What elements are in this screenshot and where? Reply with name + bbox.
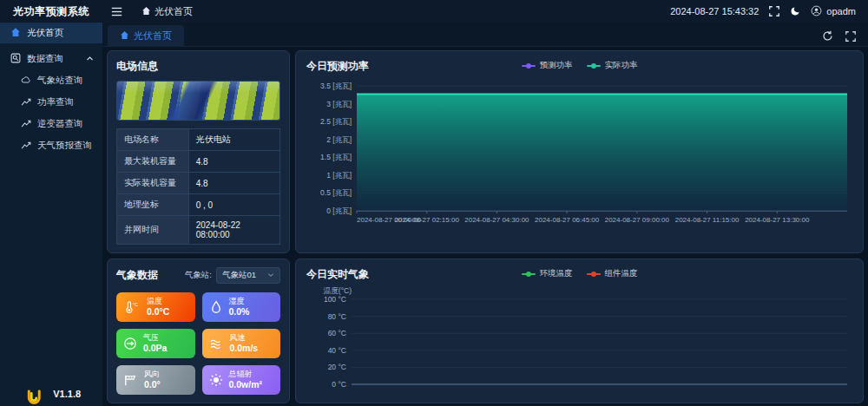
total-radiation-card: 总辐射0.0w/m² — [202, 365, 281, 395]
temperature-card: °C 温度0.0°C — [116, 292, 195, 322]
dark-mode-moon-icon[interactable] — [790, 6, 800, 16]
wind-speed-card: 风速0.0m/s — [202, 329, 281, 358]
humidity-card: 湿度0.0% — [202, 292, 281, 322]
dashboard-content: 电场信息 电场名称光伏电站 最大装机容量4.8 实际装机容量4.8 地理坐标0 … — [102, 47, 868, 406]
windsock-icon — [123, 374, 138, 387]
svg-text:°C: °C — [133, 302, 138, 307]
weather-chart-area: 温度(°C)100 °C80 °C60 °C40 °C20 °C0 °C — [306, 282, 852, 397]
panel-title: 气象数据 — [116, 268, 158, 283]
table-row: 并网时间2024-08-22 08:00:00 — [117, 216, 280, 245]
svg-text:2024-08-27 13:30:00: 2024-08-27 13:30:00 — [745, 216, 810, 224]
svg-text:2 [兆瓦]: 2 [兆瓦] — [326, 135, 352, 144]
sidebar-item-home[interactable]: 光伏首页 — [0, 23, 102, 43]
version-label: V1.1.8 — [53, 389, 81, 399]
inverter-chart-icon — [21, 118, 31, 130]
realtime-weather-panel: 今日实时气象 环境温度组件温度 温度(°C)100 °C80 °C60 °C40… — [295, 259, 864, 403]
svg-text:2024-08-27 11:15:00: 2024-08-27 11:15:00 — [675, 216, 740, 224]
sidebar-item-power-query[interactable]: 功率查询 — [0, 91, 102, 113]
svg-text:2024-08-27 06:45:00: 2024-08-27 06:45:00 — [535, 216, 600, 224]
refresh-icon[interactable] — [822, 30, 833, 42]
menu-collapse-icon[interactable] — [111, 6, 122, 17]
power-chart-icon — [21, 96, 31, 108]
sidebar-item-weather-station-query[interactable]: 气象站查询 — [0, 69, 102, 91]
sidebar-item-inverter-query[interactable]: 逆变器查询 — [0, 113, 102, 134]
power-chart-area: 3.5 [兆瓦]3 [兆瓦]2.5 [兆瓦]2 [兆瓦]1.5 [兆瓦]1 [兆… — [306, 74, 852, 247]
svg-text:100 °C: 100 °C — [324, 295, 346, 304]
weather-station-icon — [21, 75, 31, 87]
user-avatar-icon — [811, 5, 822, 18]
home-icon — [120, 30, 129, 42]
legend-item[interactable]: 环境温度 — [522, 268, 573, 279]
svg-text:0 [兆瓦]: 0 [兆瓦] — [326, 206, 352, 215]
svg-text:80 °C: 80 °C — [328, 312, 346, 321]
topbar: 光功率预测系统 光伏首页 2024-08-27 15:43:32 opadm — [0, 0, 868, 23]
weather-chart: 温度(°C)100 °C80 °C60 °C40 °C20 °C0 °C — [306, 282, 854, 393]
wind-direction-card: 风向0.0° — [116, 365, 195, 395]
legend-item[interactable]: 实际功率 — [587, 60, 638, 71]
svg-text:3.5 [兆瓦]: 3.5 [兆瓦] — [320, 82, 352, 90]
sidebar-item-weather-forecast-query[interactable]: 天气预报查询 — [0, 134, 102, 156]
svg-text:0 °C: 0 °C — [332, 380, 346, 389]
sidebar-group-data-query[interactable]: 数据查询 — [0, 49, 102, 69]
tab-bar: 光伏首页 — [102, 23, 868, 47]
table-row: 实际装机容量4.8 — [117, 173, 280, 194]
station-select-label: 气象站: — [185, 270, 212, 281]
breadcrumb[interactable]: 光伏首页 — [141, 5, 193, 18]
sidebar: 光伏首页 数据查询 气象站查询 功率查询 逆变器查询 天气预报查询 — [0, 23, 102, 406]
chevron-up-icon — [86, 54, 94, 64]
sidebar-footer: LINKOL V1.1.8 — [0, 377, 102, 406]
svg-text:3 [兆瓦]: 3 [兆瓦] — [326, 100, 352, 108]
svg-text:60 °C: 60 °C — [328, 329, 346, 337]
pressure-card: 气压0.0Pa — [116, 329, 195, 358]
user-menu[interactable]: opadm — [811, 5, 856, 18]
svg-text:1.5 [兆瓦]: 1.5 [兆瓦] — [320, 153, 352, 161]
table-row: 最大装机容量4.8 — [117, 151, 280, 173]
svg-text:2024-08-27 09:00:00: 2024-08-27 09:00:00 — [605, 216, 670, 224]
legend-item[interactable]: 组件温度 — [587, 268, 638, 279]
field-info-table: 电场名称光伏电站 最大装机容量4.8 实际装机容量4.8 地理坐标0 , 0 并… — [116, 128, 280, 245]
weather-cards: °C 温度0.0°C 湿度0.0% 气压0.0Pa — [116, 292, 280, 395]
legend-item[interactable]: 预测功率 — [522, 60, 573, 71]
svg-text:1 [兆瓦]: 1 [兆瓦] — [326, 171, 352, 180]
table-row: 电场名称光伏电站 — [117, 129, 280, 151]
weather-data-panel: 气象数据 气象站: 气象站01 °C 温度0.0°C — [107, 259, 290, 403]
chevron-down-icon — [267, 271, 274, 280]
svg-text:0.5 [兆瓦]: 0.5 [兆瓦] — [320, 188, 352, 197]
power-chart: 3.5 [兆瓦]3 [兆瓦]2.5 [兆瓦]2 [兆瓦]1.5 [兆瓦]1 [兆… — [306, 74, 854, 233]
username: opadm — [826, 6, 856, 16]
forecast-chart-icon — [21, 140, 31, 152]
svg-text:2024-08-27 04:30:00: 2024-08-27 04:30:00 — [464, 216, 529, 224]
datetime: 2024-08-27 15:43:32 — [670, 6, 759, 16]
home-icon — [141, 6, 151, 17]
droplet-icon — [209, 300, 223, 314]
sun-icon — [209, 373, 223, 387]
main-area: 光伏首页 电场信息 电场名称光伏电站 最大装机容量4.8 实际装机容量4.8 地… — [102, 23, 868, 406]
fullscreen-icon[interactable] — [769, 6, 779, 16]
home-icon — [10, 27, 21, 39]
svg-text:20 °C: 20 °C — [328, 363, 346, 371]
tab-home[interactable]: 光伏首页 — [108, 25, 184, 46]
wind-icon — [209, 337, 224, 350]
svg-text:2024-08-27 02:15:00: 2024-08-27 02:15:00 — [395, 216, 460, 224]
svg-text:2.5 [兆瓦]: 2.5 [兆瓦] — [320, 117, 352, 126]
predicted-power-panel: 今日预测功率 预测功率实际功率 3.5 [兆瓦]3 [兆瓦]2.5 [兆瓦]2 … — [295, 50, 864, 253]
station-select[interactable]: 气象站01 — [216, 267, 280, 284]
fullscreen-icon[interactable] — [845, 31, 856, 42]
svg-text:40 °C: 40 °C — [328, 346, 346, 355]
data-query-icon — [10, 53, 21, 65]
app-title: 光功率预测系统 — [0, 4, 102, 19]
chart-legend: 预测功率实际功率 — [306, 60, 852, 71]
gauge-icon — [123, 337, 137, 350]
panel-title: 电场信息 — [116, 59, 280, 74]
chart-legend: 环境温度组件温度 — [306, 268, 852, 279]
solar-farm-photo — [116, 81, 280, 121]
table-row: 地理坐标0 , 0 — [117, 194, 280, 216]
thermometer-icon: °C — [123, 300, 141, 314]
svg-text:温度(°C): 温度(°C) — [323, 286, 352, 295]
field-info-panel: 电场信息 电场名称光伏电站 最大装机容量4.8 实际装机容量4.8 地理坐标0 … — [107, 50, 290, 253]
company-logo: LINKOL — [22, 389, 46, 406]
